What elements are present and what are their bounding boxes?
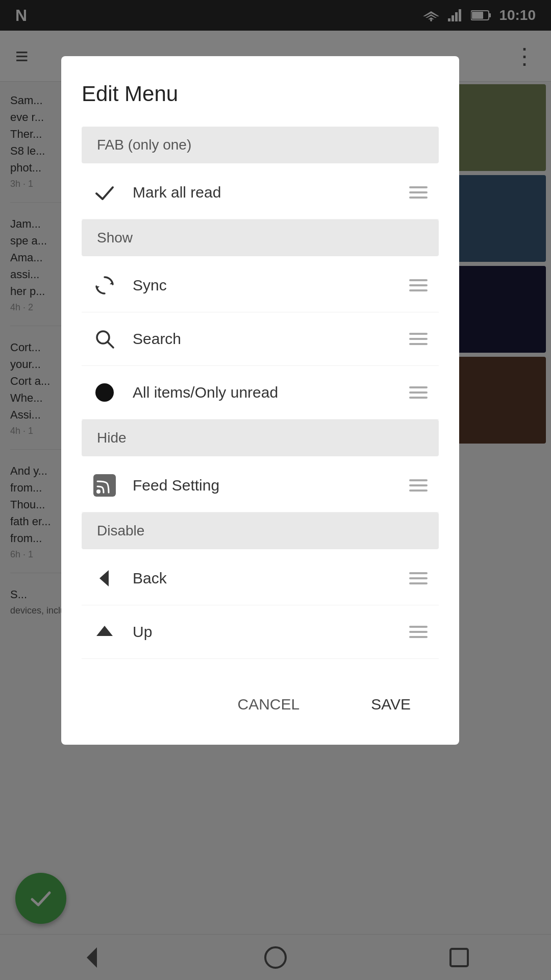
disable-section-header: Disable (82, 512, 439, 549)
hide-section-header: Hide (82, 420, 439, 456)
cancel-button[interactable]: CANCEL (209, 684, 328, 724)
svg-rect-18 (93, 474, 116, 497)
all-items-handle[interactable] (406, 386, 431, 399)
up-arrow-icon (89, 617, 120, 647)
menu-item-feed-setting[interactable]: Feed Setting (82, 459, 439, 512)
back-handle[interactable] (406, 572, 431, 584)
check-icon (89, 177, 120, 208)
svg-point-19 (96, 489, 101, 494)
menu-item-search[interactable]: Search (82, 312, 439, 366)
modal-buttons: CANCEL SAVE (82, 674, 439, 724)
svg-marker-20 (99, 570, 109, 586)
all-items-label: All items/Only unread (133, 384, 406, 401)
show-section-header: Show (82, 219, 439, 256)
sync-handle[interactable] (406, 279, 431, 291)
search-handle[interactable] (406, 333, 431, 345)
svg-marker-21 (96, 626, 113, 636)
menu-item-back[interactable]: Back (82, 552, 439, 605)
circle-icon (89, 377, 120, 408)
menu-item-sync[interactable]: Sync (82, 259, 439, 312)
svg-line-17 (108, 342, 113, 348)
mark-all-read-handle[interactable] (406, 186, 431, 199)
feed-setting-label: Feed Setting (133, 477, 406, 494)
feed-setting-handle[interactable] (406, 479, 431, 492)
fab-section-header: FAB (only one) (82, 127, 439, 163)
back-arrow-icon (89, 563, 120, 594)
search-label: Search (133, 330, 406, 348)
search-icon (89, 324, 120, 354)
back-label: Back (133, 570, 406, 587)
menu-item-all-items[interactable]: All items/Only unread (82, 366, 439, 420)
sync-label: Sync (133, 277, 406, 294)
menu-item-mark-all-read[interactable]: Mark all read (82, 166, 439, 219)
rss-icon (89, 470, 120, 501)
up-label: Up (133, 623, 406, 641)
save-button[interactable]: SAVE (343, 684, 439, 724)
up-handle[interactable] (406, 626, 431, 638)
mark-all-read-label: Mark all read (133, 184, 406, 201)
modal-title: Edit Menu (82, 82, 439, 106)
edit-menu-modal: Edit Menu FAB (only one) Mark all read S… (61, 56, 459, 745)
sync-icon (89, 270, 120, 301)
menu-item-up[interactable]: Up (82, 605, 439, 659)
